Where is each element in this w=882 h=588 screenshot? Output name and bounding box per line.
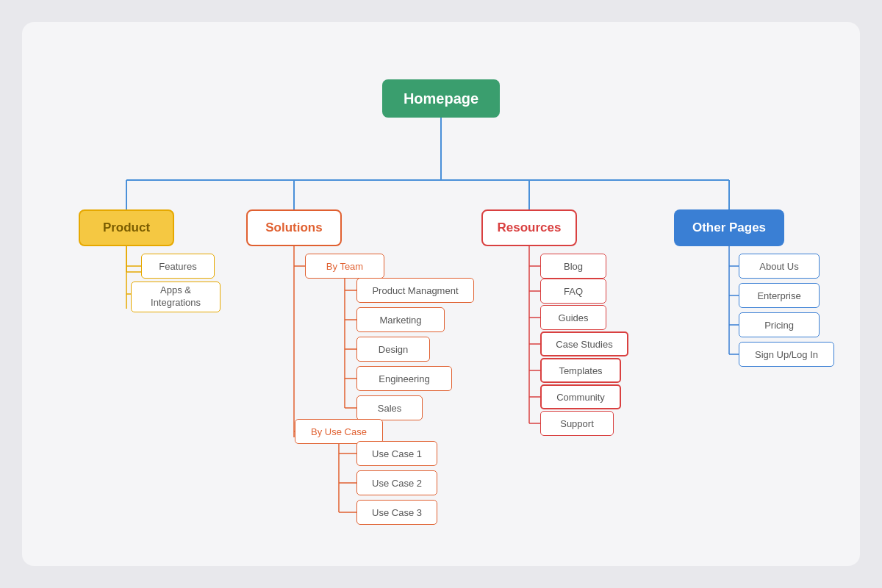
product-node[interactable]: Product	[79, 209, 174, 246]
otherpages-node[interactable]: Other Pages	[674, 209, 784, 246]
marketing-label: Marketing	[379, 315, 421, 326]
diagram-container: Homepage Product Features Apps & Integra…	[22, 22, 860, 566]
guides-label: Guides	[558, 312, 588, 323]
resources-node[interactable]: Resources	[481, 209, 577, 246]
aboutus-label: About Us	[759, 261, 798, 272]
engineering-label: Engineering	[379, 373, 429, 384]
engineering-node[interactable]: Engineering	[356, 366, 452, 391]
support-label: Support	[560, 418, 594, 429]
product-label: Product	[103, 220, 150, 235]
root-node[interactable]: Homepage	[382, 79, 500, 118]
blog-node[interactable]: Blog	[540, 254, 606, 279]
guides-node[interactable]: Guides	[540, 305, 606, 330]
productmgmt-label: Product Managment	[372, 285, 458, 296]
support-node[interactable]: Support	[540, 411, 614, 436]
pricing-label: Pricing	[764, 320, 794, 331]
productmgmt-node[interactable]: Product Managment	[356, 278, 474, 303]
community-label: Community	[556, 392, 605, 403]
solutions-node[interactable]: Solutions	[246, 209, 342, 246]
signup-node[interactable]: Sign Up/Log In	[739, 342, 834, 367]
pricing-node[interactable]: Pricing	[739, 312, 820, 337]
sales-node[interactable]: Sales	[356, 395, 423, 420]
templates-node[interactable]: Templates	[540, 358, 621, 383]
faq-label: FAQ	[564, 286, 583, 297]
root-label: Homepage	[404, 90, 478, 107]
byteam-node[interactable]: By Team	[305, 254, 384, 279]
apps-node[interactable]: Apps & Integrations	[131, 282, 220, 312]
marketing-node[interactable]: Marketing	[356, 307, 445, 332]
signup-label: Sign Up/Log In	[755, 349, 818, 360]
usecase3-node[interactable]: Use Case 3	[356, 500, 437, 525]
faq-node[interactable]: FAQ	[540, 279, 606, 304]
features-label: Features	[159, 261, 196, 272]
byusecase-node[interactable]: By Use Case	[295, 419, 383, 444]
usecase2-label: Use Case 2	[372, 478, 422, 489]
usecase2-node[interactable]: Use Case 2	[356, 470, 437, 495]
usecase3-label: Use Case 3	[372, 507, 422, 518]
enterprise-node[interactable]: Enterprise	[739, 283, 820, 308]
otherpages-label: Other Pages	[692, 220, 766, 235]
byusecase-label: By Use Case	[311, 426, 367, 437]
templates-label: Templates	[559, 365, 602, 376]
usecase1-node[interactable]: Use Case 1	[356, 441, 437, 466]
usecase1-label: Use Case 1	[372, 448, 422, 459]
apps-label: Apps & Integrations	[137, 284, 214, 309]
blog-label: Blog	[564, 261, 583, 272]
features-node[interactable]: Features	[141, 254, 215, 279]
community-node[interactable]: Community	[540, 384, 621, 409]
casestudies-label: Case Studies	[556, 339, 612, 350]
aboutus-node[interactable]: About Us	[739, 254, 820, 279]
enterprise-label: Enterprise	[757, 290, 800, 301]
design-label: Design	[379, 344, 408, 355]
sales-label: Sales	[378, 403, 402, 414]
byteam-label: By Team	[326, 261, 363, 272]
design-node[interactable]: Design	[356, 337, 430, 362]
solutions-label: Solutions	[265, 220, 322, 235]
casestudies-node[interactable]: Case Studies	[540, 331, 628, 356]
resources-label: Resources	[498, 220, 562, 235]
